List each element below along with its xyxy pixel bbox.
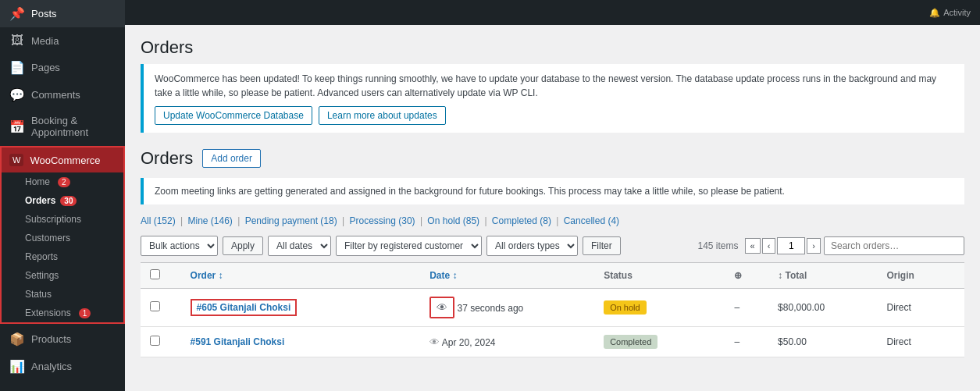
- sidebar-sub-item-orders[interactable]: Orders 30: [2, 191, 123, 210]
- activity-label: Activity: [943, 8, 971, 17]
- filter-cancelled[interactable]: Cancelled (4): [564, 215, 619, 226]
- activity-icon: 🔔: [929, 8, 940, 18]
- sep3: |: [340, 215, 347, 226]
- notice-buttons: Update WooCommerce Database Learn more a…: [155, 106, 953, 125]
- row-date-cell: 👁 37 seconds ago: [420, 289, 594, 327]
- sidebar-item-comments[interactable]: 💬 Comments: [0, 81, 125, 108]
- filter-on-hold[interactable]: On hold (85): [427, 215, 479, 226]
- update-db-button[interactable]: Update WooCommerce Database: [155, 106, 312, 125]
- row-ship-cell: –: [725, 327, 768, 357]
- orders-header: Orders Add order: [125, 142, 980, 178]
- apply-button[interactable]: Apply: [223, 236, 263, 255]
- woocommerce-section: W WooCommerce Home 2 Orders 30 Subscript…: [0, 146, 125, 324]
- header-order: Order ↕: [181, 263, 421, 289]
- analytics-label: Analytics: [31, 361, 72, 372]
- table-header: Order ↕ Date ↕ Status ⊕ ↕ Total Origin: [141, 263, 964, 289]
- sidebar-sub-item-home[interactable]: Home 2: [2, 172, 123, 191]
- filter-button[interactable]: Filter: [583, 236, 621, 255]
- filter-mine[interactable]: Mine (146): [187, 215, 232, 226]
- sidebar-sub-item-settings[interactable]: Settings: [2, 266, 123, 285]
- learn-more-button[interactable]: Learn more about updates: [319, 106, 446, 125]
- page-input[interactable]: [777, 237, 805, 254]
- sidebar-item-booking[interactable]: 📅 Booking & Appointment: [0, 108, 125, 144]
- order-link-605[interactable]: #605 Gitanjali Choksi: [191, 299, 298, 316]
- page-title-bar: Orders: [125, 25, 980, 64]
- sidebar-sub-item-reports[interactable]: Reports: [2, 247, 123, 266]
- sidebar-sub-item-status[interactable]: Status: [2, 285, 123, 304]
- sidebar-item-pages[interactable]: 📄 Pages: [0, 54, 125, 81]
- row-checkbox-cell: [141, 289, 181, 327]
- filter-processing[interactable]: Processing (30): [350, 215, 415, 226]
- table-body: #605 Gitanjali Choksi 👁 37 seconds ago O…: [141, 289, 964, 357]
- row-status-cell: On hold: [594, 289, 725, 327]
- media-icon: 🖼: [9, 34, 25, 48]
- row-order-cell: #605 Gitanjali Choksi: [181, 289, 421, 327]
- row-checkbox[interactable]: [150, 336, 160, 346]
- row-checkbox-cell: [141, 327, 181, 357]
- search-input[interactable]: [824, 236, 964, 255]
- orders-label: Orders: [25, 195, 55, 206]
- next-page-btn[interactable]: ›: [807, 238, 821, 254]
- date-filter-select[interactable]: All dates: [268, 236, 331, 256]
- row-total-591: $50.00: [768, 327, 877, 357]
- order-sort-link[interactable]: Order ↕: [191, 270, 223, 281]
- header-date: Date ↕: [420, 263, 594, 289]
- orders-section-title: Orders: [141, 148, 193, 169]
- home-badge: 2: [58, 177, 70, 187]
- order-link-591[interactable]: #591 Gitanjali Choksi: [191, 336, 285, 347]
- sidebar-item-label: Media: [31, 35, 59, 47]
- zoom-notice-text: Zoom meeting links are getting generated…: [155, 186, 785, 197]
- header-total: ↕ Total: [768, 263, 877, 289]
- status-badge-on-hold: On hold: [604, 300, 647, 315]
- eye-icon-box-605[interactable]: 👁: [429, 297, 454, 318]
- main-content: 🔔 Activity Orders WooCommerce has been u…: [125, 0, 980, 391]
- sep2: |: [235, 215, 243, 226]
- bulk-actions-select[interactable]: Bulk actions: [141, 236, 218, 256]
- sidebar-item-label: Pages: [31, 62, 60, 73]
- first-page-btn[interactable]: «: [745, 238, 761, 254]
- filter-completed[interactable]: Completed (8): [492, 215, 551, 226]
- header-status: Status: [594, 263, 725, 289]
- pagination: « ‹ ›: [745, 237, 821, 254]
- row-origin-605: Direct: [877, 289, 964, 327]
- sidebar-item-products[interactable]: 📦 Products: [0, 325, 125, 353]
- header-origin: Origin: [877, 263, 964, 289]
- filter-all[interactable]: All (152): [141, 215, 176, 226]
- order-types-select[interactable]: All orders types: [486, 236, 578, 256]
- sidebar-item-media[interactable]: 🖼 Media: [0, 27, 125, 54]
- analytics-icon: 📊: [9, 359, 25, 374]
- subscriptions-label: Subscriptions: [25, 214, 81, 225]
- sidebar-sub-item-subscriptions[interactable]: Subscriptions: [2, 210, 123, 229]
- toolbar: Bulk actions Apply All dates Filter by r…: [125, 233, 980, 262]
- customers-label: Customers: [25, 233, 70, 243]
- products-label: Products: [31, 333, 71, 345]
- status-badge-completed: Completed: [604, 335, 657, 349]
- select-all-checkbox[interactable]: [150, 269, 160, 279]
- date-sort-link[interactable]: Date ↕: [429, 270, 457, 281]
- eye-icon-591[interactable]: 👁: [429, 336, 440, 348]
- sep4: |: [418, 215, 426, 226]
- sidebar-item-label: Booking & Appointment: [31, 115, 116, 138]
- content-area: Orders WooCommerce has been updated! To …: [125, 25, 980, 391]
- row-origin-591: Direct: [877, 327, 964, 357]
- row-date-cell: 👁 Apr 20, 2024: [420, 327, 594, 357]
- orders-table-wrapper: Order ↕ Date ↕ Status ⊕ ↕ Total Origin: [125, 262, 980, 357]
- activity-button[interactable]: 🔔 Activity: [929, 8, 971, 18]
- header-checkbox-col: [141, 263, 181, 289]
- sep6: |: [554, 215, 561, 226]
- settings-label: Settings: [25, 270, 59, 281]
- filter-links: All (152) | Mine (146) | Pending payment…: [125, 212, 980, 233]
- customer-filter-select[interactable]: Filter by registered customer: [336, 236, 482, 256]
- sidebar-item-analytics[interactable]: 📊 Analytics: [0, 353, 125, 380]
- toolbar-right: 145 items « ‹ ›: [692, 236, 965, 255]
- row-checkbox[interactable]: [150, 301, 160, 311]
- sidebar-item-label: Posts: [31, 8, 57, 20]
- sidebar-sub-item-customers[interactable]: Customers: [2, 229, 123, 247]
- add-order-button[interactable]: Add order: [202, 149, 261, 168]
- sidebar-sub-item-extensions[interactable]: Extensions 1: [2, 304, 123, 322]
- filter-pending[interactable]: Pending payment (18): [245, 215, 337, 226]
- prev-page-btn[interactable]: ‹: [762, 238, 776, 254]
- update-notice: WooCommerce has been updated! To keep th…: [141, 64, 964, 133]
- woocommerce-header[interactable]: W WooCommerce: [2, 148, 123, 172]
- sidebar-item-posts[interactable]: 📌 Posts: [0, 0, 125, 27]
